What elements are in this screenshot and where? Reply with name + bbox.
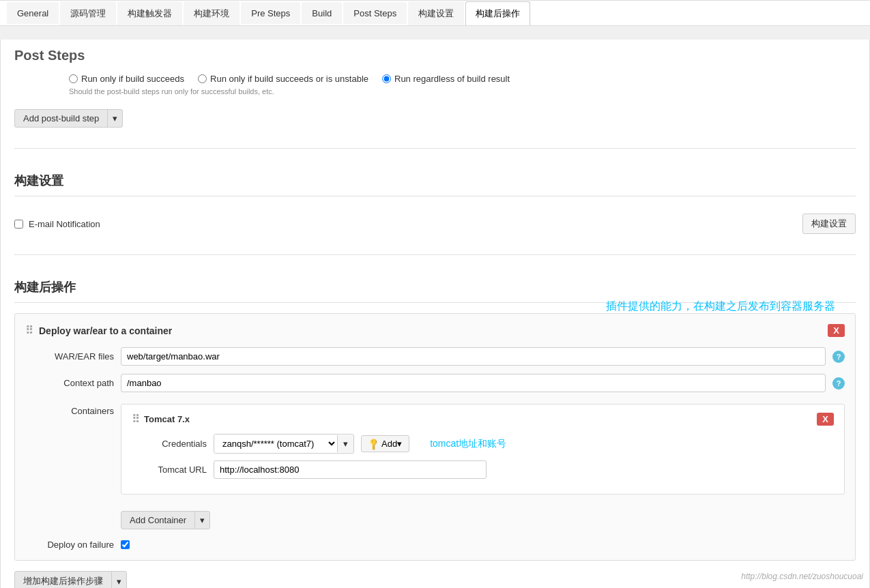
tomcat-title: ⠿ Tomcat 7.x: [132, 413, 190, 426]
containers-label: Containers: [25, 400, 114, 416]
deploy-failure-label: Deploy on failure: [25, 540, 114, 550]
add-post-build-arrow[interactable]: ▾: [112, 573, 126, 589]
page-wrapper: General 源码管理 构建触发器 构建环境 Pre Steps Build …: [0, 0, 870, 588]
tab-general[interactable]: General: [7, 2, 59, 24]
add-post-build-step-btn[interactable]: Add post-build step ▾: [14, 109, 123, 128]
tomcat-close-btn[interactable]: X: [817, 413, 834, 426]
build-settings-title: 构建设置: [14, 162, 856, 196]
tab-pre-steps[interactable]: Pre Steps: [241, 2, 300, 24]
credentials-select[interactable]: zanqsh/****** (tomcat7): [214, 435, 337, 453]
build-settings-section: 构建设置 E-mail Notification 构建设置: [14, 162, 856, 255]
containers-row: Containers ⠿ Tomcat 7.x X: [25, 400, 845, 529]
annotation-plugin-text: 插件提供的能力，在构建之后发布到容器服务器: [606, 299, 835, 314]
email-notification-label: E-mail Notification: [29, 219, 100, 229]
tab-bar: General 源码管理 构建触发器 构建环境 Pre Steps Build …: [0, 0, 870, 26]
email-notification-checkbox[interactable]: [14, 220, 23, 229]
deploy-failure-checkbox[interactable]: [121, 540, 130, 549]
credentials-caret[interactable]: ▾: [337, 435, 353, 452]
notification-row: E-mail Notification 构建设置: [14, 207, 856, 241]
war-files-input[interactable]: [121, 347, 826, 366]
deploy-failure-row: Deploy on failure: [25, 540, 845, 550]
post-steps-hint: Should the post-build steps run only for…: [14, 87, 856, 95]
war-files-help-icon[interactable]: ?: [832, 351, 845, 363]
tab-env[interactable]: 构建环境: [184, 1, 240, 25]
post-build-title: 构建后操作: [14, 269, 856, 303]
tomcat-title-text: Tomcat 7.x: [144, 414, 190, 424]
tab-post-steps[interactable]: Post Steps: [343, 2, 407, 24]
radio-unstable[interactable]: Run only if build succeeds or is unstabl…: [198, 74, 368, 84]
war-files-label: WAR/EAR files: [25, 351, 114, 362]
tab-source[interactable]: 源码管理: [60, 1, 116, 25]
add-container-label: Add Container: [121, 512, 195, 529]
credentials-row: Credentials zanqsh/****** (tomcat7) ▾ 🔑: [132, 434, 834, 454]
radio-unstable-label: Run only if build succeeds or is unstabl…: [210, 74, 368, 84]
build-settings-button[interactable]: 构建设置: [802, 214, 856, 234]
radio-success-label: Run only if build succeeds: [81, 74, 184, 84]
deploy-box-header: ⠿ Deploy war/ear to a container X: [25, 324, 845, 337]
tomcat-box: ⠿ Tomcat 7.x X Credentials zanq: [121, 404, 845, 495]
key-icon: 🔑: [366, 437, 381, 451]
deploy-box-title: ⠿ Deploy war/ear to a container: [25, 324, 172, 337]
deploy-container-box: ⠿ Deploy war/ear to a container X WAR/EA…: [14, 313, 856, 561]
tomcat-url-input[interactable]: [214, 460, 487, 479]
deploy-box-close-btn[interactable]: X: [828, 324, 845, 337]
tab-post-build[interactable]: 构建后操作: [465, 1, 530, 25]
add-post-build-btn[interactable]: 增加构建后操作步骤 ▾: [14, 571, 127, 588]
add-post-build-wrap: 增加构建后操作步骤 ▾: [14, 571, 856, 588]
tomcat-url-row: Tomcat URL: [132, 460, 834, 479]
context-path-row: Context path ?: [25, 374, 845, 392]
tab-trigger[interactable]: 构建触发器: [117, 1, 182, 25]
war-files-row: WAR/EAR files ?: [25, 347, 845, 366]
radio-group: Run only if build succeeds Run only if b…: [14, 67, 856, 87]
add-cred-label: Add▾: [381, 439, 402, 449]
radio-always-input[interactable]: [382, 74, 391, 83]
watermark: http://blog.csdn.net/zuoshoucuoai: [741, 572, 863, 581]
radio-success[interactable]: Run only if build succeeds: [69, 74, 184, 84]
context-path-help-icon[interactable]: ?: [832, 377, 845, 389]
add-credentials-btn[interactable]: 🔑 Add▾: [361, 435, 409, 452]
post-steps-section: Post Steps Run only if build succeeds Ru…: [14, 40, 856, 149]
notification-left: E-mail Notification: [14, 219, 100, 229]
annotation-tomcat-text: tomcat地址和账号: [430, 438, 506, 450]
add-container-arrow[interactable]: ▾: [195, 512, 209, 529]
radio-always[interactable]: Run regardless of build result: [382, 74, 510, 84]
radio-success-input[interactable]: [69, 74, 78, 83]
tab-build-settings[interactable]: 构建设置: [408, 1, 464, 25]
tomcat-url-label: Tomcat URL: [132, 465, 207, 475]
deploy-box-title-text: Deploy war/ear to a container: [39, 325, 172, 336]
add-post-build-step-arrow[interactable]: ▾: [108, 110, 122, 127]
context-path-input[interactable]: [121, 374, 826, 392]
radio-always-label: Run regardless of build result: [394, 74, 510, 84]
main-content: Post Steps Run only if build succeeds Ru…: [0, 40, 870, 588]
add-post-build-step-label: Add post-build step: [15, 110, 108, 127]
containers-content: ⠿ Tomcat 7.x X Credentials zanq: [121, 400, 845, 529]
radio-unstable-input[interactable]: [198, 74, 207, 83]
post-build-section: 构建后操作 插件提供的能力，在构建之后发布到容器服务器 ⠿ Deploy war…: [14, 269, 856, 588]
context-path-label: Context path: [25, 378, 114, 388]
drag-handle-icon: ⠿: [25, 324, 33, 337]
post-steps-title: Post Steps: [14, 40, 856, 67]
tomcat-header: ⠿ Tomcat 7.x X: [132, 413, 834, 426]
cred-label: Credentials: [132, 439, 207, 449]
add-container-btn[interactable]: Add Container ▾: [121, 511, 210, 529]
tab-build[interactable]: Build: [302, 2, 342, 24]
add-post-build-label: 增加构建后操作步骤: [15, 572, 112, 588]
tomcat-drag-handle: ⠿: [132, 413, 140, 426]
credentials-select-wrap: zanqsh/****** (tomcat7) ▾: [214, 434, 354, 454]
